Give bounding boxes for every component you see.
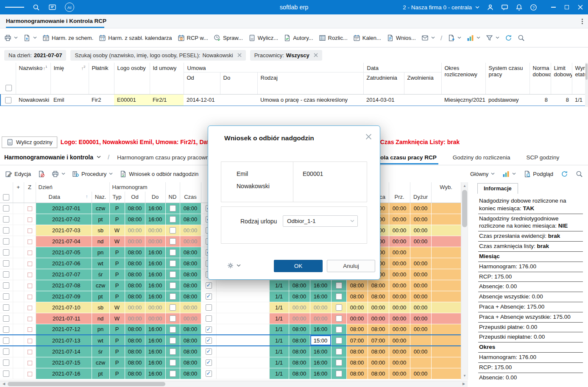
schedule-from-cell[interactable]: 00:00: [125, 313, 145, 324]
rcp-time-cell[interactable]: 08:00: [346, 324, 368, 335]
select-all-checkbox[interactable]: [3, 194, 9, 200]
z-flag-box[interactable]: [28, 239, 32, 244]
cell-select[interactable]: [0, 247, 13, 258]
emp-select-cell[interactable]: [0, 94, 16, 106]
contract-cell[interactable]: 1/1: [269, 313, 289, 324]
wyb-cell[interactable]: [431, 313, 461, 324]
day-name-cell[interactable]: śr: [92, 269, 109, 280]
nd-cell[interactable]: [165, 335, 180, 346]
wyb-cell[interactable]: [431, 214, 461, 225]
dialog-settings-button[interactable]: [227, 262, 241, 269]
day-name-cell[interactable]: pn: [92, 247, 109, 258]
spacer-cell[interactable]: [216, 346, 269, 357]
checked-checkbox[interactable]: [206, 348, 212, 355]
confirm-cell[interactable]: [201, 368, 216, 379]
unchecked-checkbox[interactable]: [336, 293, 342, 300]
emp-zwolnienia-cell[interactable]: [404, 94, 441, 106]
unchecked-checkbox[interactable]: [3, 293, 9, 300]
wyb-cell[interactable]: [431, 247, 461, 258]
module-selector[interactable]: Harmonogramowanie i kontrola: [4, 154, 101, 161]
confirm-cell[interactable]: [201, 335, 216, 346]
contract-cell[interactable]: 1/1: [269, 368, 289, 379]
z-flag-box[interactable]: [28, 284, 32, 288]
rcp-time-cell[interactable]: 08:00: [346, 291, 368, 302]
unchecked-checkbox[interactable]: [3, 249, 9, 256]
cell-select[interactable]: [0, 203, 13, 214]
date-cell[interactable]: 2021-07-10: [36, 302, 92, 313]
z-flag-box[interactable]: [28, 372, 32, 376]
print-button[interactable]: [4, 34, 18, 42]
spacer-cell[interactable]: [216, 291, 269, 302]
unchecked-checkbox[interactable]: [336, 348, 342, 355]
mail-button[interactable]: [421, 34, 435, 42]
confirm-cell[interactable]: [201, 313, 216, 324]
cell-expand[interactable]: [13, 324, 24, 335]
emp-platnik-cell[interactable]: Fir2: [89, 94, 114, 106]
schedule-to-cell[interactable]: 16:00: [145, 291, 165, 302]
contract-cell[interactable]: 1/1: [269, 324, 289, 335]
schedule-row[interactable]: 2021-07-08czwP08:0016:0008:001/108:0016:…: [0, 280, 461, 291]
emp-id-umowy-cell[interactable]: Fir2/1: [150, 94, 184, 106]
wyb-cell[interactable]: [431, 346, 461, 357]
duty-cell[interactable]: [410, 357, 431, 368]
cell-z[interactable]: [24, 313, 36, 324]
unchecked-checkbox[interactable]: [170, 271, 176, 278]
unchecked-checkbox[interactable]: [3, 260, 9, 267]
podglad-button[interactable]: Podgląd: [524, 170, 553, 178]
employee-row[interactable]: Nowakowski Emil Fir2 E00001 Fir2/1 2014-…: [0, 94, 586, 106]
checked-checkbox[interactable]: [206, 282, 212, 289]
date-cell[interactable]: 2021-07-11: [36, 313, 92, 324]
cell-select[interactable]: [0, 236, 13, 247]
duty-cell[interactable]: 00:00: [410, 280, 431, 291]
wyb-cell[interactable]: [431, 335, 461, 346]
rcp-from-cell[interactable]: 00:00: [289, 302, 310, 313]
date-cell[interactable]: 2021-07-04: [36, 236, 92, 247]
unchecked-checkbox[interactable]: [3, 359, 9, 366]
rcp-time-cell[interactable]: 08:00: [346, 346, 368, 357]
work-time-cell[interactable]: 08:00: [368, 291, 389, 302]
duty-cell[interactable]: 00:00: [410, 203, 431, 214]
emp-select-all[interactable]: [0, 63, 16, 94]
unchecked-checkbox[interactable]: [170, 359, 176, 366]
tab-harmonogramowanie-i-kontrola-rcp[interactable]: Harmonogramowanie i Kontrola RCP: [6, 18, 106, 24]
rcp-to-cell[interactable]: 16:00: [310, 346, 331, 357]
grid-header-prz[interactable]: Prz.: [389, 192, 410, 203]
scroll-down-icon[interactable]: [461, 373, 468, 379]
rcp-to-cell[interactable]: 15:00: [310, 335, 331, 346]
nd-cell[interactable]: [165, 357, 180, 368]
emp-do-cell[interactable]: [220, 94, 257, 106]
refresh2-button[interactable]: [561, 170, 568, 178]
cell-expand[interactable]: [13, 313, 24, 324]
emp-header-id-umowy[interactable]: Id umowy: [150, 63, 184, 94]
date-cell[interactable]: 2021-07-14: [36, 346, 92, 357]
unchecked-checkbox[interactable]: [170, 227, 176, 234]
minimize-button[interactable]: [551, 7, 556, 8]
duty-cell[interactable]: 00:00: [410, 291, 431, 302]
date-cell[interactable]: 2021-07-02: [36, 214, 92, 225]
schedule-time-cell[interactable]: 08:00: [180, 280, 201, 291]
schedule-from-cell[interactable]: 00:00: [125, 225, 145, 236]
rcp-time-cell[interactable]: 08:00: [346, 368, 368, 379]
duty-cell[interactable]: 00:00: [410, 236, 431, 247]
unchecked-checkbox[interactable]: [3, 348, 9, 355]
date-cell[interactable]: 2021-07-07: [36, 269, 92, 280]
autory-button[interactable]: Autory...: [284, 34, 313, 42]
cell-expand[interactable]: [13, 368, 24, 379]
cell-z[interactable]: [24, 368, 36, 379]
cell-select[interactable]: [0, 280, 13, 291]
harm-ze-schem-button[interactable]: 23Harm. ze schem.: [42, 34, 93, 42]
emp-header-platnik[interactable]: Płatnik: [89, 63, 114, 94]
wyb-cell[interactable]: [431, 203, 461, 214]
tab-scp-godziny[interactable]: SCP godziny: [525, 150, 561, 164]
schedule-to-cell[interactable]: 00:00: [145, 302, 165, 313]
select-all-checkbox[interactable]: [6, 85, 12, 91]
day-name-cell[interactable]: sb: [92, 302, 109, 313]
duty-cell[interactable]: 00:00: [410, 368, 431, 379]
rozlic-button[interactable]: Rozlic...: [319, 34, 348, 42]
cell-expand[interactable]: [13, 291, 24, 302]
nd-cell[interactable]: [165, 258, 180, 269]
unchecked-checkbox[interactable]: [336, 315, 342, 322]
rcp-time-cell[interactable]: 08:00: [346, 357, 368, 368]
emp-rodzaj-cell[interactable]: Umowa o pracę - czas nieokreślony: [257, 94, 363, 106]
rcp-from-cell[interactable]: 08:00: [289, 280, 310, 291]
